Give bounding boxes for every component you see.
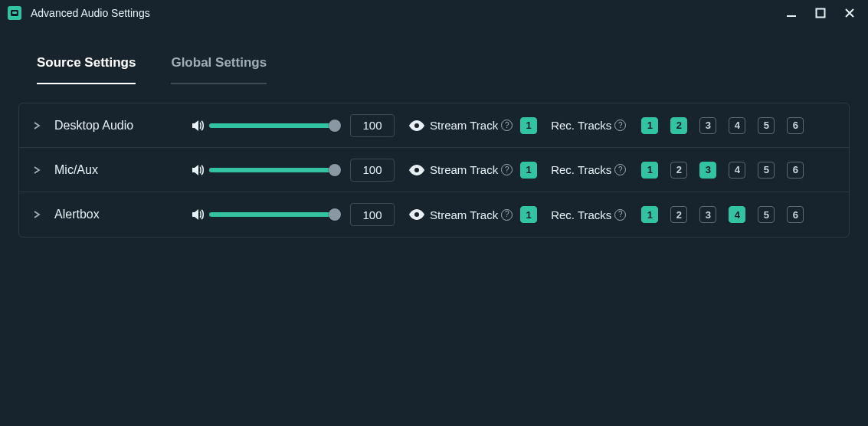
source-name: Desktop Audio bbox=[54, 119, 186, 133]
source-row: Desktop Audio Stream Track ? 1 Rec. Trac… bbox=[19, 103, 849, 148]
rec-track-chip[interactable]: 6 bbox=[787, 206, 804, 223]
stream-track-label: Stream Track ? bbox=[430, 119, 513, 132]
volume-input[interactable] bbox=[350, 159, 395, 182]
tab-source-settings[interactable]: Source Settings bbox=[37, 55, 136, 84]
stream-track-text: Stream Track bbox=[430, 163, 498, 176]
svg-point-4 bbox=[414, 123, 419, 128]
rec-tracks-group: 1 2 3 4 5 6 bbox=[634, 117, 804, 134]
titlebar: Advanced Audio Settings bbox=[0, 0, 868, 26]
rec-tracks-group: 1 2 3 4 5 6 bbox=[634, 162, 804, 179]
stream-track-text: Stream Track bbox=[430, 208, 498, 221]
window-controls bbox=[785, 7, 860, 19]
help-icon[interactable]: ? bbox=[501, 209, 513, 221]
volume-icon[interactable] bbox=[186, 162, 209, 178]
volume-input[interactable] bbox=[350, 114, 395, 137]
source-name: Alertbox bbox=[54, 208, 186, 221]
rec-track-chip[interactable]: 3 bbox=[699, 162, 716, 179]
rec-track-chip[interactable]: 5 bbox=[758, 206, 775, 223]
rec-tracks-text: Rec. Tracks bbox=[551, 163, 611, 176]
svg-rect-2 bbox=[787, 15, 796, 17]
content: Source Settings Global Settings Desktop … bbox=[0, 26, 868, 248]
stream-track-label: Stream Track ? bbox=[430, 163, 513, 176]
stream-track-label: Stream Track ? bbox=[430, 208, 513, 221]
rec-track-chip[interactable]: 6 bbox=[787, 117, 804, 134]
svg-rect-1 bbox=[12, 11, 17, 14]
rec-track-chip[interactable]: 3 bbox=[699, 117, 716, 134]
volume-icon[interactable] bbox=[186, 118, 209, 133]
volume-input[interactable] bbox=[350, 203, 395, 226]
rec-track-chip[interactable]: 1 bbox=[641, 117, 658, 134]
rec-track-chip[interactable]: 5 bbox=[758, 117, 775, 134]
rec-tracks-text: Rec. Tracks bbox=[551, 208, 611, 221]
rec-track-chip[interactable]: 4 bbox=[729, 206, 745, 223]
expand-toggle[interactable] bbox=[33, 211, 54, 218]
slider-thumb[interactable] bbox=[329, 120, 341, 132]
rec-track-chip[interactable]: 1 bbox=[641, 162, 658, 179]
rec-track-chip[interactable]: 6 bbox=[787, 162, 804, 179]
svg-point-6 bbox=[414, 212, 419, 217]
help-icon[interactable]: ? bbox=[614, 209, 626, 221]
tabs: Source Settings Global Settings bbox=[18, 37, 850, 84]
maximize-button[interactable] bbox=[814, 7, 827, 19]
slider-thumb[interactable] bbox=[329, 164, 341, 176]
expand-toggle[interactable] bbox=[33, 122, 54, 129]
rec-track-chip[interactable]: 4 bbox=[729, 117, 745, 134]
volume-slider[interactable] bbox=[209, 208, 338, 221]
source-name: Mic/Aux bbox=[54, 163, 186, 177]
rec-tracks-group: 1 2 3 4 5 6 bbox=[634, 206, 804, 223]
help-icon[interactable]: ? bbox=[614, 120, 626, 131]
help-icon[interactable]: ? bbox=[501, 120, 513, 131]
rec-tracks-label: Rec. Tracks ? bbox=[551, 163, 626, 176]
tab-global-settings[interactable]: Global Settings bbox=[171, 55, 267, 84]
rec-tracks-label: Rec. Tracks ? bbox=[551, 208, 626, 221]
expand-toggle[interactable] bbox=[33, 166, 54, 174]
stream-track-text: Stream Track bbox=[430, 119, 498, 132]
rec-tracks-text: Rec. Tracks bbox=[551, 119, 611, 132]
close-button[interactable] bbox=[843, 7, 856, 19]
rec-track-chip[interactable]: 4 bbox=[729, 162, 745, 179]
help-icon[interactable]: ? bbox=[614, 164, 626, 175]
rec-track-chip[interactable]: 5 bbox=[758, 162, 775, 179]
svg-rect-3 bbox=[817, 9, 825, 18]
slider-thumb[interactable] bbox=[329, 208, 341, 221]
visibility-icon[interactable] bbox=[404, 120, 430, 131]
minimize-button[interactable] bbox=[785, 7, 798, 19]
rec-track-chip[interactable]: 2 bbox=[670, 117, 687, 134]
stream-track-chip[interactable]: 1 bbox=[520, 117, 537, 134]
svg-point-5 bbox=[414, 168, 419, 172]
rec-tracks-label: Rec. Tracks ? bbox=[551, 119, 626, 132]
stream-track-chip[interactable]: 1 bbox=[520, 162, 537, 179]
source-row: Alertbox Stream Track ? 1 Rec. Tracks ? bbox=[19, 192, 849, 237]
window-title: Advanced Audio Settings bbox=[31, 7, 785, 19]
visibility-icon[interactable] bbox=[404, 209, 430, 220]
volume-slider[interactable] bbox=[209, 163, 338, 177]
app-icon bbox=[8, 6, 21, 20]
visibility-icon[interactable] bbox=[404, 165, 430, 175]
sources-panel: Desktop Audio Stream Track ? 1 Rec. Trac… bbox=[18, 103, 850, 238]
help-icon[interactable]: ? bbox=[501, 164, 513, 175]
volume-icon[interactable] bbox=[186, 207, 209, 222]
rec-track-chip[interactable]: 1 bbox=[641, 206, 658, 223]
stream-track-chip[interactable]: 1 bbox=[520, 206, 537, 223]
source-row: Mic/Aux Stream Track ? 1 Rec. Tracks ? bbox=[19, 148, 849, 192]
volume-slider[interactable] bbox=[209, 119, 338, 133]
rec-track-chip[interactable]: 2 bbox=[670, 206, 687, 223]
rec-track-chip[interactable]: 3 bbox=[699, 206, 716, 223]
rec-track-chip[interactable]: 2 bbox=[670, 162, 687, 179]
